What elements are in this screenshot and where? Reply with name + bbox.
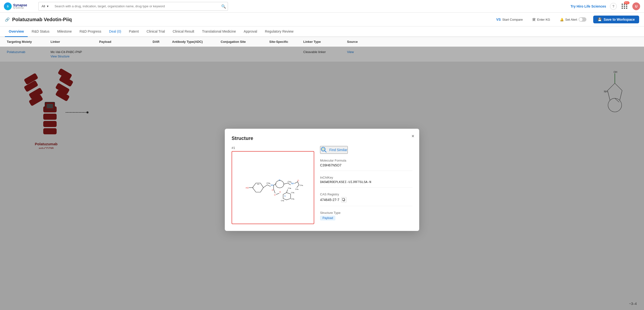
search-area: All ▾ 🔍 xyxy=(38,2,228,11)
apps-grid-icon xyxy=(622,4,628,9)
tab-patent[interactable]: Patent xyxy=(125,27,143,37)
modal-right-panel: Find Similar Molecular Formula C39H67N5O… xyxy=(320,146,412,224)
svg-line-45 xyxy=(288,183,291,185)
molecular-formula-value: C39H67N5O7 xyxy=(320,163,412,167)
svg-text:CH₃: CH₃ xyxy=(281,200,284,202)
find-similar-row: Find Similar xyxy=(320,146,412,154)
modal-overlay: Structure × #1 xyxy=(0,47,644,310)
search-type-dropdown[interactable]: All ▾ xyxy=(38,2,52,11)
dropdown-label: All xyxy=(42,4,45,8)
structure-type-label: Structure Type xyxy=(320,211,412,215)
logo-synapse: Synapse xyxy=(13,4,27,7)
svg-line-51 xyxy=(276,193,279,194)
svg-text:NH: NH xyxy=(291,182,294,185)
svg-text:CH₃: CH₃ xyxy=(266,182,270,185)
tab-rd-progress[interactable]: R&D Progress xyxy=(76,27,105,37)
tab-overview[interactable]: Overview xyxy=(5,27,28,37)
structure-image-box: CH₃ HO NH O xyxy=(232,151,314,224)
top-navigation: S Synapse by patsnap All ▾ 🔍 Try Hiro Li… xyxy=(0,0,644,13)
svg-point-64 xyxy=(321,147,325,151)
structure-item-1: #1 CH₃ xyxy=(232,146,314,224)
tab-regulatory-review[interactable]: Regulatory Review xyxy=(261,27,298,37)
svg-text:O: O xyxy=(298,179,299,182)
copy-cas-button[interactable] xyxy=(341,197,346,202)
enter-kg-button[interactable]: 🕸 Enter KG xyxy=(530,16,553,23)
modal-left-panel: #1 CH₃ xyxy=(232,146,314,224)
user-avatar[interactable]: U xyxy=(632,3,640,10)
svg-text:HO: HO xyxy=(246,187,249,189)
structure-type-section: Structure Type Payload xyxy=(320,211,412,220)
svg-line-62 xyxy=(297,185,299,188)
svg-text:N: N xyxy=(279,179,280,181)
svg-point-41 xyxy=(276,181,284,188)
structure-number: #1 xyxy=(232,146,314,150)
copy-icon xyxy=(342,198,346,202)
search-input-wrap: 🔍 xyxy=(52,2,228,11)
tab-clinical-result[interactable]: Clinical Result xyxy=(169,27,198,37)
inchikey-label: InChIKey xyxy=(320,176,412,179)
svg-text:CH₃: CH₃ xyxy=(291,192,294,194)
tabs-bar: Overview R&D Status Milestone R&D Progre… xyxy=(0,27,644,37)
drug-title: Polatuzumab Vedotin-Piiq xyxy=(12,17,72,22)
cas-value: 474645-27-7 xyxy=(320,198,339,202)
start-compare-button[interactable]: VS Start Compare xyxy=(493,16,526,23)
tab-translational-medicine[interactable]: Translational Medicine xyxy=(198,27,240,37)
help-button[interactable]: ? xyxy=(610,3,617,10)
new-badge: New xyxy=(624,2,630,4)
molecular-formula-label: Molecular Formula xyxy=(320,159,412,162)
compare-icon: VS xyxy=(496,18,501,22)
svg-rect-68 xyxy=(342,198,344,201)
kg-icon: 🕸 xyxy=(532,18,536,22)
link-icon: 🔗 xyxy=(5,17,10,22)
drug-header-actions: VS Start Compare 🕸 Enter KG 🔔 Set Alert … xyxy=(493,16,639,23)
alert-toggle[interactable] xyxy=(579,17,586,22)
drug-header: 🔗 Polatuzumab Vedotin-Piiq VS Start Comp… xyxy=(0,13,644,27)
svg-line-32 xyxy=(264,185,267,188)
content-area: Polatuzumab Mc-Val-Cit-PABC-PNP View Str… xyxy=(0,47,644,310)
svg-text:CH₃: CH₃ xyxy=(300,184,303,186)
try-hiro-link[interactable]: Try Hiro Life Sciences xyxy=(570,4,606,8)
th-targeting-moiety: Targeting Moiety xyxy=(5,37,48,47)
payload-badge: Payload xyxy=(320,216,335,220)
tab-approval[interactable]: Approval xyxy=(240,27,261,37)
svg-line-65 xyxy=(325,151,326,152)
search-submit-button[interactable]: 🔍 xyxy=(221,4,226,9)
svg-text:CH₃: CH₃ xyxy=(288,181,292,183)
th-source: Source xyxy=(345,37,374,47)
nav-right: Try Hiro Life Sciences ? New U xyxy=(570,3,640,10)
svg-point-66 xyxy=(322,148,324,150)
find-similar-icon xyxy=(320,146,327,153)
th-site-specific: Site-Specific xyxy=(267,37,301,47)
th-linker-type: Linker Type xyxy=(301,37,345,47)
svg-line-47 xyxy=(294,182,298,184)
tab-deal[interactable]: Deal (0) xyxy=(105,27,125,37)
modal-title: Structure xyxy=(232,135,412,141)
search-input[interactable] xyxy=(52,2,228,11)
svg-line-60 xyxy=(298,181,299,185)
svg-line-43 xyxy=(284,183,288,184)
tab-rd-status[interactable]: R&D Status xyxy=(28,27,53,37)
save-workspace-button[interactable]: 💾 Save to Workspace xyxy=(593,16,639,23)
svg-text:CH₃: CH₃ xyxy=(291,198,294,200)
th-conjugation-site: Conjugation Site xyxy=(219,37,267,47)
cas-section: CAS Registry 474645-27-7 xyxy=(320,193,412,206)
tab-milestone[interactable]: Milestone xyxy=(53,27,76,37)
svg-text:NH: NH xyxy=(271,184,274,186)
bell-icon: 🔔 xyxy=(560,18,564,22)
save-icon: 💾 xyxy=(598,18,602,22)
molecular-formula-section: Molecular Formula C39H67N5O7 xyxy=(320,159,412,171)
svg-line-58 xyxy=(286,189,288,193)
svg-text:O: O xyxy=(274,194,276,196)
modal-close-button[interactable]: × xyxy=(412,133,414,138)
svg-text:CH₃: CH₃ xyxy=(288,187,292,189)
apps-button[interactable]: New xyxy=(621,3,628,10)
find-similar-button[interactable]: Find Similar xyxy=(320,146,348,154)
svg-text:O: O xyxy=(272,189,274,191)
molecule-structure-svg: CH₃ HO NH O xyxy=(239,156,307,219)
svg-line-49 xyxy=(274,189,275,194)
table-header: Targeting Moiety Linker Payload DAR Anti… xyxy=(0,37,644,47)
svg-line-36 xyxy=(267,185,271,187)
chevron-down-icon: ▾ xyxy=(47,4,48,8)
set-alert-button[interactable]: 🔔 Set Alert xyxy=(557,16,589,23)
tab-clinical-trial[interactable]: Clinical Trial xyxy=(143,27,169,37)
